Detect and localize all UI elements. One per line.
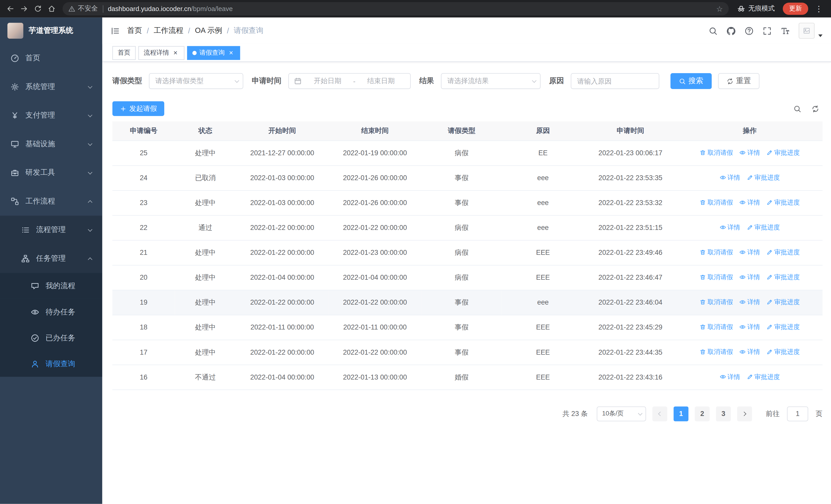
end-date-placeholder[interactable]: 结束日期 [357,76,405,86]
cell-id: 19 [112,290,175,315]
page-1-button[interactable]: 1 [674,406,689,421]
eye-icon [31,308,39,316]
sidebar-item-task-mgmt[interactable]: 任务管理 [0,244,103,273]
logo[interactable]: 芋道管理系统 [0,18,103,44]
detail-link[interactable]: 详情 [739,348,760,356]
cell-applied: 2022-01-22 23:49:46 [584,240,677,265]
detail-link[interactable]: 详情 [739,198,760,207]
tab-close-icon[interactable]: × [227,49,235,56]
apply-time-range-picker[interactable]: 开始日期 - 结束日期 [288,73,411,89]
create-leave-button[interactable]: 发起请假 [112,101,164,116]
cancel-link[interactable]: 取消请假 [699,248,733,257]
font-size-icon[interactable] [781,26,790,35]
sidebar-item-devtools[interactable]: 研发工具 [0,158,103,187]
refresh-table-icon[interactable] [811,105,820,113]
cancel-link[interactable]: 取消请假 [699,148,733,157]
page-3-button[interactable]: 3 [716,406,731,421]
leave-type-select[interactable]: 请选择请假类型 [149,73,243,89]
sidebar-item-infrastructure[interactable]: 基础设施 [0,130,103,158]
cell-start: 2022-01-22 00:00:00 [236,340,328,365]
progress-link[interactable]: 审批进度 [766,348,800,356]
url-bar[interactable]: 不安全 dashboard.yudao.iocoder.cn /bpm/oa/l… [63,2,729,16]
cancel-link[interactable]: 取消请假 [699,298,733,307]
result-select[interactable]: 请选择流结果 [441,73,541,89]
page-2-button[interactable]: 2 [695,406,710,421]
eye-icon [719,374,726,380]
detail-link[interactable]: 详情 [739,298,760,307]
next-page-button[interactable] [737,406,752,421]
progress-link[interactable]: 审批进度 [747,373,780,381]
incognito-label: 无痕模式 [748,4,775,13]
help-icon[interactable] [745,26,753,35]
progress-link[interactable]: 审批进度 [766,248,800,257]
search-icon[interactable] [709,26,718,35]
bookmark-star-icon[interactable]: ☆ [716,5,723,13]
prev-page-button[interactable] [652,406,667,421]
start-date-placeholder[interactable]: 开始日期 [304,76,352,86]
breadcrumb-item[interactable]: 首页 [127,26,142,35]
sidebar-collapse-icon[interactable] [111,26,120,35]
cell-actions: 详情审批进度 [677,165,823,190]
sidebar-item-todo-tasks[interactable]: 待办任务 [0,299,103,325]
cell-actions: 取消请假详情审批进度 [677,140,823,165]
github-icon[interactable] [726,26,736,35]
sidebar-item-system[interactable]: 系统管理 [0,72,103,101]
tab-0[interactable]: 首页 [112,46,136,60]
security-label[interactable]: 不安全 [78,4,98,13]
cancel-link[interactable]: 取消请假 [699,348,733,356]
sidebar-item-workflow[interactable]: 工作流程 [0,187,103,216]
reason-input[interactable] [571,73,659,89]
progress-link[interactable]: 审批进度 [766,148,800,157]
cancel-link[interactable]: 取消请假 [699,323,733,331]
action-label: 审批进度 [774,348,800,356]
cell-id: 21 [112,240,175,265]
avatar-caret-icon[interactable] [818,34,823,37]
progress-link[interactable]: 审批进度 [766,273,800,282]
progress-link[interactable]: 审批进度 [766,198,800,207]
update-button[interactable]: 更新 [783,3,808,14]
cell-status: 处理中 [175,190,236,215]
detail-link[interactable]: 详情 [739,323,760,331]
sidebar-item-done-tasks[interactable]: 已办任务 [0,325,103,351]
detail-link[interactable]: 详情 [739,273,760,282]
detail-link[interactable]: 详情 [739,248,760,257]
eye-icon [739,249,746,256]
sidebar-item-payment[interactable]: 支付管理 [0,101,103,130]
detail-link[interactable]: 详情 [719,173,740,182]
sidebar-item-my-process[interactable]: 我的流程 [0,273,103,299]
cancel-link[interactable]: 取消请假 [699,273,733,282]
reload-button[interactable] [31,2,45,16]
detail-link[interactable]: 详情 [719,223,740,232]
edit-icon [766,150,773,156]
progress-link[interactable]: 审批进度 [766,298,800,307]
delete-icon [699,324,706,330]
back-button[interactable] [3,2,17,16]
tab-close-icon[interactable]: × [172,49,179,56]
detail-link[interactable]: 详情 [719,373,740,381]
cell-status: 处理中 [175,340,236,365]
chevron-left-icon [658,411,663,416]
reset-button[interactable]: 重置 [718,73,760,89]
home-button[interactable] [45,2,58,16]
chevron-down-icon [88,113,92,117]
sidebar-item-leave-query[interactable]: 请假查询 [0,351,103,377]
avatar[interactable] [799,23,814,39]
breadcrumb-item[interactable]: 工作流程 [154,26,183,35]
detail-link[interactable]: 详情 [739,148,760,157]
tab-1[interactable]: 流程详情× [138,46,184,60]
goto-page-input[interactable] [787,406,808,421]
fullscreen-icon[interactable] [763,26,772,35]
progress-link[interactable]: 审批进度 [747,173,780,182]
cancel-link[interactable]: 取消请假 [699,198,733,207]
progress-link[interactable]: 审批进度 [747,223,780,232]
search-button[interactable]: 搜索 [670,73,712,89]
browser-menu-icon[interactable]: ⋮ [812,2,826,16]
progress-link[interactable]: 审批进度 [766,323,800,331]
sidebar-item-process-mgmt[interactable]: 流程管理 [0,215,103,244]
toggle-search-icon[interactable] [793,105,801,113]
page-size-select[interactable]: 10条/页 [597,406,646,421]
forward-button[interactable] [17,2,31,16]
sidebar-item-home[interactable]: 首页 [0,44,103,72]
breadcrumb-item[interactable]: OA 示例 [195,26,222,35]
tab-2[interactable]: 请假查询× [187,46,240,60]
